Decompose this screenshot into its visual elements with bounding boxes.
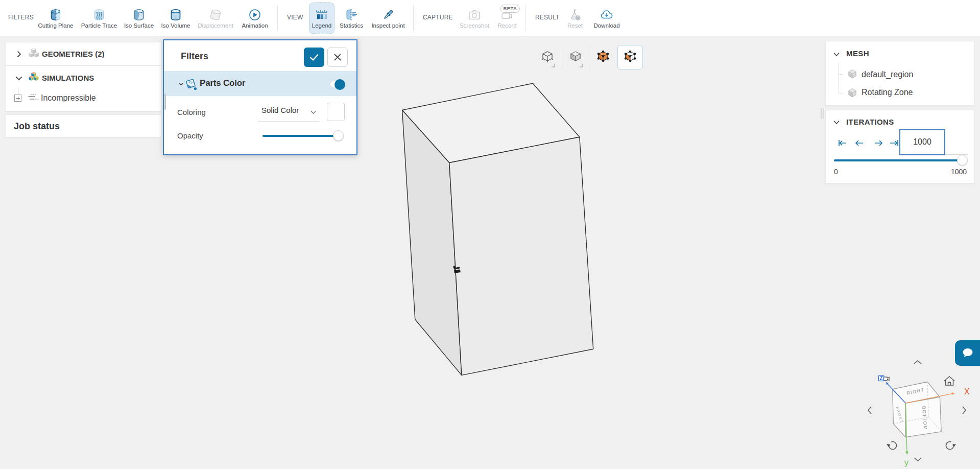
svg-text:X: X	[964, 387, 970, 396]
svg-text:Z: Z	[879, 376, 882, 381]
svg-text:y: y	[904, 458, 909, 467]
